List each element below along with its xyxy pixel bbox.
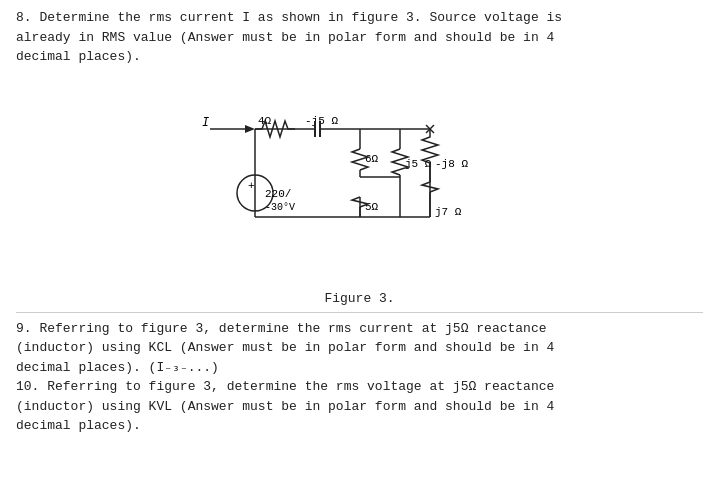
figure-caption: Figure 3. bbox=[324, 291, 394, 306]
svg-text:-30°V: -30°V bbox=[265, 202, 295, 213]
svg-text:-j8 Ω: -j8 Ω bbox=[435, 158, 468, 170]
svg-text:5Ω: 5Ω bbox=[365, 201, 379, 213]
svg-text:220/: 220/ bbox=[265, 188, 291, 200]
svg-text:I: I bbox=[202, 116, 209, 130]
svg-text:6Ω: 6Ω bbox=[365, 153, 379, 165]
divider bbox=[16, 312, 703, 313]
svg-text:j5 Ω: j5 Ω bbox=[405, 158, 432, 170]
svg-text:-j5 Ω: -j5 Ω bbox=[305, 115, 338, 127]
problem-8-text: 8. Determine the rms current I as shown … bbox=[16, 8, 703, 67]
page: 8. Determine the rms current I as shown … bbox=[0, 0, 719, 501]
figure-3-area: I 4Ω -j5 Ω -j8 Ω bbox=[16, 77, 703, 306]
svg-marker-1 bbox=[245, 125, 255, 133]
problem-10-text: 10. Referring to figure 3, determine the… bbox=[16, 377, 703, 436]
circuit-diagram: I 4Ω -j5 Ω -j8 Ω bbox=[150, 77, 570, 287]
svg-text:+: + bbox=[248, 180, 255, 192]
svg-text:j7 Ω: j7 Ω bbox=[435, 206, 462, 218]
problem-9-text: 9. Referring to figure 3, determine the … bbox=[16, 319, 703, 378]
